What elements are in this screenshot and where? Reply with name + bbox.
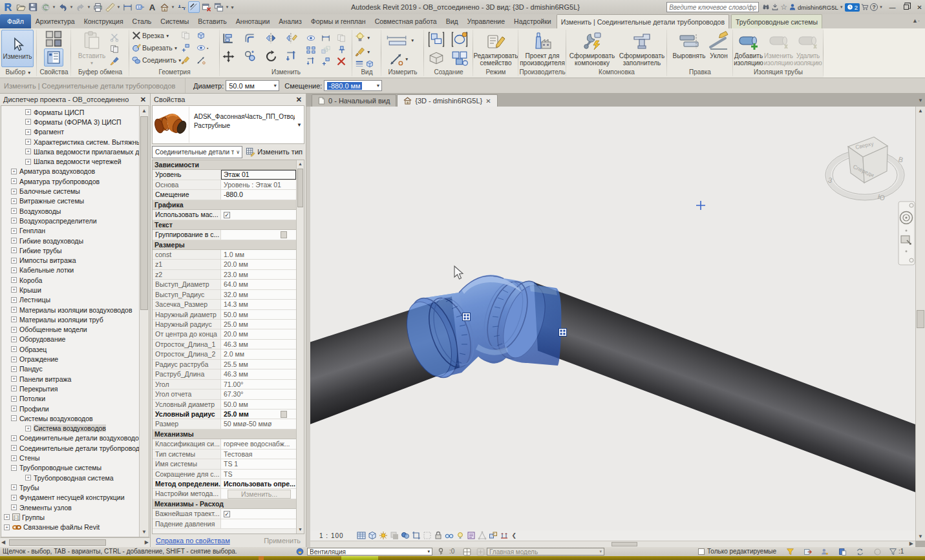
tree-item[interactable]: +Материалы изоляции воздуховодов: [1, 305, 139, 315]
panel-label-create[interactable]: Создание: [424, 68, 473, 77]
tree-expand-icon[interactable]: +: [11, 287, 17, 293]
viewctrl-collapse-icon[interactable]: ❮: [512, 532, 517, 539]
tree-item[interactable]: +Форматы (ФОРМА 3) ЦИСП: [1, 117, 139, 127]
tree-item[interactable]: +Фундамент несущей конструкции: [1, 493, 139, 503]
property-row[interactable]: Сокращение для с...TS: [153, 470, 296, 479]
property-row[interactable]: Размер50 ммø-50 ммø: [153, 419, 296, 429]
property-row[interactable]: Метод определени...Использовать опре...: [153, 479, 296, 489]
type-dropdown-icon[interactable]: ▼: [295, 106, 304, 143]
tree-expand-icon[interactable]: +: [11, 169, 17, 174]
tree-item[interactable]: +Трубопроводная система: [1, 473, 139, 482]
slope-button[interactable]: Уклон: [707, 30, 730, 59]
panel-label-mode[interactable]: Режим: [473, 68, 518, 77]
thin-lines-button[interactable]: [188, 1, 200, 13]
property-row[interactable]: Отросток_Длина_22.0 мм: [153, 349, 296, 359]
tree-item[interactable]: +Гибкие трубы: [1, 245, 139, 255]
tree-expand-icon[interactable]: +: [11, 189, 17, 194]
tab-1[interactable]: Конструкция: [80, 14, 127, 28]
measure-qat-button[interactable]: [104, 1, 116, 13]
project-tree-hscrollbar[interactable]: ◀ ▶: [0, 537, 150, 547]
measure-button[interactable]: ▼: [386, 35, 414, 46]
tab-piping-systems[interactable]: Трубопроводные системы: [731, 14, 822, 28]
tree-expand-icon[interactable]: +: [25, 119, 31, 125]
property-ellipsis-button[interactable]: [281, 411, 287, 418]
compass-east[interactable]: В: [898, 155, 904, 164]
justify-button[interactable]: Выровнять: [671, 30, 707, 59]
redo-dropdown-icon[interactable]: ▼: [87, 1, 91, 13]
copy-element-button[interactable]: [244, 50, 256, 62]
tree-expand-icon[interactable]: +: [11, 495, 17, 501]
tab-0[interactable]: Архитектура: [32, 14, 79, 28]
minimize-icon[interactable]: —: [888, 4, 897, 11]
cope-button[interactable]: Врезка▼: [132, 31, 169, 40]
close-icon[interactable]: ✕: [915, 4, 924, 11]
tree-expand-icon[interactable]: +: [11, 484, 17, 490]
tab-4[interactable]: Вставить: [194, 14, 231, 28]
tree-expand-icon[interactable]: +: [11, 406, 17, 411]
compass-south[interactable]: Ю: [877, 192, 886, 202]
property-row[interactable]: const1.0 мм: [153, 250, 296, 260]
panel-label-modify[interactable]: Изменить: [220, 68, 352, 77]
temporary-view-properties-icon[interactable]: [467, 531, 476, 540]
tree-expand-icon[interactable]: +: [25, 149, 31, 154]
clipboard-status-icon[interactable]: [838, 548, 847, 556]
tree-item[interactable]: +Фрагмент: [1, 127, 139, 137]
editable-only-checkbox[interactable]: [698, 548, 705, 555]
tab-11[interactable]: Надстройки: [510, 14, 555, 28]
array-copy-button[interactable]: [321, 57, 330, 66]
panel-label-insulation[interactable]: Изоляция трубы: [733, 68, 824, 77]
tree-expand-icon[interactable]: +: [11, 396, 17, 402]
property-row[interactable]: Выступ_Диаметр64.0 мм: [153, 280, 296, 289]
tree-expand-icon[interactable]: +: [25, 475, 31, 481]
tree-expand-icon[interactable]: +: [11, 316, 17, 322]
tree-expand-icon[interactable]: +: [4, 514, 10, 520]
tab-2[interactable]: Сталь: [129, 14, 156, 28]
property-row[interactable]: Использовать мас...✓: [153, 210, 296, 220]
viewcube[interactable]: Ю В З Сверху Спереди: [825, 137, 904, 202]
tree-item[interactable]: +Оборудование: [1, 335, 139, 344]
create-similar-button[interactable]: [451, 31, 468, 48]
design-options-icon[interactable]: [463, 548, 471, 556]
panel-label-geometry[interactable]: Геометрия: [129, 68, 220, 77]
tree-item[interactable]: +Импосты витража: [1, 255, 139, 265]
scale-button-ribbon[interactable]: [321, 45, 330, 54]
tree-item[interactable]: +Потолки: [1, 394, 139, 404]
tree-item[interactable]: +Характеристика систем. Вытяжные: [1, 137, 139, 147]
tree-item[interactable]: +Шапка ведомости чертежей: [1, 156, 139, 166]
save-button[interactable]: [27, 1, 39, 13]
tree-expand-icon[interactable]: +: [11, 178, 17, 184]
tree-item[interactable]: +Система воздуховодов: [1, 424, 139, 433]
tree-item[interactable]: +Форматы ЦИСП: [1, 107, 139, 117]
tree-item[interactable]: +Образец: [1, 344, 139, 354]
sun-path-icon[interactable]: [379, 531, 388, 540]
viewport-pin-icon[interactable]: ▼: [918, 98, 923, 103]
property-row[interactable]: z223.0 мм: [153, 270, 296, 280]
tab-5[interactable]: Аннотации: [232, 14, 274, 28]
tree-hscroll-thumb[interactable]: [9, 539, 106, 546]
tree-item[interactable]: +Витражные системы: [1, 196, 139, 206]
design-options-edit-icon[interactable]: [476, 548, 485, 556]
tree-expand-icon[interactable]: +: [25, 159, 31, 165]
array-button[interactable]: [306, 45, 315, 54]
property-row[interactable]: Засечка_Размер14.3 мм: [153, 300, 296, 309]
align-button[interactable]: [222, 32, 234, 44]
property-row[interactable]: Падение давления: [153, 519, 296, 529]
tree-expand-icon[interactable]: +: [11, 258, 17, 264]
tree-expand-icon[interactable]: +: [11, 337, 17, 342]
tree-expand-icon[interactable]: +: [11, 445, 17, 451]
panel-label-manufacturer[interactable]: Производитель: [518, 68, 566, 77]
ribbon-collapse-icon[interactable]: ▲·: [912, 17, 920, 24]
panel-label-select[interactable]: Выбор ▼: [0, 68, 37, 77]
properties-help-link[interactable]: Справка по свойствам: [156, 537, 230, 544]
trim-button[interactable]: [286, 50, 297, 62]
tree-expand-icon[interactable]: +: [11, 435, 17, 441]
property-row[interactable]: Условный диаметр50.0 мм: [153, 400, 296, 410]
linework-button[interactable]: [355, 59, 374, 68]
property-row[interactable]: Имя системыTS 1: [153, 459, 296, 469]
view-tab-start[interactable]: 0 - Начальный вид: [312, 94, 396, 107]
property-row[interactable]: Смещение-880.0: [153, 190, 296, 200]
diameter-combo[interactable]: 50.0 мм▼: [226, 80, 279, 91]
tree-expand-icon[interactable]: +: [25, 139, 31, 145]
switch-windows-dropdown-icon[interactable]: ▼: [225, 1, 229, 13]
tree-expand-icon[interactable]: +: [25, 129, 31, 135]
